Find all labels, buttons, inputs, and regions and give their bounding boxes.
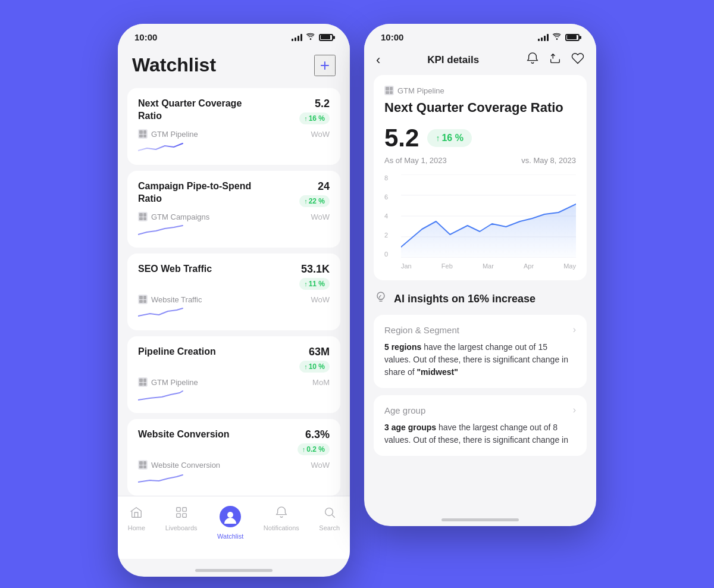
- status-bar-2: 10:00: [364, 24, 596, 47]
- bottom-nav-1: Home Liveboards: [118, 496, 350, 559]
- card-right-1: 5.2 16 %: [299, 98, 330, 124]
- card-source-label-1: GTM Pipeline: [151, 130, 198, 139]
- insight-card-title-2: Age group: [384, 405, 425, 415]
- add-button[interactable]: +: [314, 55, 336, 76]
- home-indicator-1: [118, 559, 350, 577]
- kpi-badge-large: 16 %: [427, 129, 471, 147]
- kpi-big-value: 5.2: [384, 124, 419, 152]
- nav-label-liveboards: Liveboards: [165, 524, 198, 531]
- watchlist-content: Watchlist + Next Quarter Coverage Ratio …: [118, 47, 350, 559]
- insight-card-title-1: Region & Segment: [384, 325, 459, 335]
- y-label-2: 2: [384, 232, 388, 239]
- y-label-6: 6: [384, 193, 388, 201]
- card-badge-4: 10 %: [299, 361, 330, 373]
- insight-bold-1: 5 regions: [384, 342, 421, 352]
- mini-chart-3: [138, 305, 330, 322]
- chart-x-labels: Jan Feb Mar Apr May: [401, 262, 576, 270]
- watchlist-header: Watchlist +: [118, 47, 350, 88]
- insight-card-body-2: 3 age groups have the largest change out…: [384, 421, 576, 446]
- chart-y-labels: 8 6 4 2 0: [384, 174, 393, 258]
- card-source-3: Website Traffic: [138, 295, 202, 304]
- card-source-2: GTM Campaigns: [138, 212, 209, 221]
- card-period-5: WoW: [311, 461, 330, 470]
- mini-chart-4: [138, 388, 330, 405]
- card-right-5: 6.3% 0.2 %: [298, 429, 330, 455]
- watchlist-card-4[interactable]: Pipeline Creation 63M 10 % GTM Pi: [127, 336, 340, 413]
- ai-lightbulb-icon: [374, 290, 388, 308]
- watchlist-card-5[interactable]: Website Conversion 6.3% 0.2 % Web: [127, 419, 340, 496]
- mini-chart-2: [138, 223, 330, 239]
- watchlist-title: Watchlist: [132, 54, 216, 76]
- nav-item-watchlist[interactable]: Watchlist: [208, 503, 253, 542]
- watchlist-card-3[interactable]: SEO Web Traffic 53.1K 11 % Websit: [127, 254, 340, 330]
- status-time-1: 10:00: [134, 32, 157, 42]
- svg-rect-1: [182, 508, 186, 511]
- heart-icon[interactable]: [571, 52, 584, 68]
- card-badge-1: 16 %: [299, 112, 330, 124]
- card-top-2: Campaign Pipe-to-Spend Ratio 24 22 %: [138, 180, 330, 207]
- signal-icon-1: [292, 34, 302, 41]
- card-badge-3: 11 %: [299, 278, 330, 290]
- insight-card-region[interactable]: Region & Segment › 5 regions have the la…: [374, 315, 587, 388]
- svg-rect-2: [176, 514, 180, 517]
- kpi-nav-title: KPI details: [427, 54, 479, 66]
- nav-label-search: Search: [319, 524, 340, 531]
- share-icon[interactable]: [549, 52, 562, 68]
- svg-line-7: [332, 515, 334, 517]
- source-icon-4: [138, 377, 148, 387]
- source-icon-5: [138, 460, 148, 470]
- kpi-nav-actions: [526, 52, 584, 68]
- kpi-dates: As of May 1, 2023 vs. May 8, 2023: [384, 156, 576, 165]
- watchlist-card-1[interactable]: Next Quarter Coverage Ratio 5.2 16 %: [127, 88, 340, 165]
- nav-item-search[interactable]: Search: [309, 503, 349, 542]
- watchlist-nav-icon: [220, 506, 241, 530]
- card-top-1: Next Quarter Coverage Ratio 5.2 16 %: [138, 98, 330, 124]
- card-source-label-5: Website Conversion: [151, 461, 220, 470]
- card-bottom-3: Website Traffic WoW: [138, 295, 330, 304]
- card-badge-5: 0.2 %: [298, 443, 330, 455]
- mini-chart-5: [138, 471, 330, 487]
- card-name-3: SEO Web Traffic: [138, 263, 212, 276]
- watchlist-card-2[interactable]: Campaign Pipe-to-Spend Ratio 24 22 %: [127, 171, 340, 248]
- kpi-nav-bar: ‹ KPI details: [364, 47, 596, 75]
- status-time-2: 10:00: [381, 32, 403, 42]
- card-value-3: 53.1K: [301, 263, 330, 276]
- back-button[interactable]: ‹: [376, 52, 380, 68]
- x-label-may: May: [563, 262, 576, 270]
- insight-card-age[interactable]: Age group › 3 age groups have the larges…: [374, 395, 587, 456]
- battery-icon-1: [319, 34, 333, 41]
- card-name-4: Pipeline Creation: [138, 346, 216, 358]
- x-label-jan: Jan: [401, 262, 412, 270]
- card-source-4: GTM Pipeline: [138, 377, 198, 387]
- card-value-2: 24: [318, 180, 330, 193]
- notifications-icon: [275, 506, 288, 522]
- card-value-4: 63M: [309, 346, 330, 358]
- card-bottom-4: GTM Pipeline MoM: [138, 377, 330, 387]
- bell-icon[interactable]: [526, 52, 539, 68]
- card-right-4: 63M 10 %: [299, 346, 330, 373]
- phone-watchlist: 10:00 Watchlist: [118, 24, 350, 577]
- svg-rect-0: [176, 508, 180, 511]
- nav-item-liveboards[interactable]: Liveboards: [156, 503, 207, 542]
- phone-kpi: 10:00 ‹ KPI details: [364, 24, 596, 526]
- kpi-source-label: GTM Pipeline: [384, 86, 576, 95]
- card-period-2: WoW: [311, 212, 330, 221]
- nav-item-notifications[interactable]: Notifications: [254, 503, 309, 542]
- svg-rect-3: [182, 514, 186, 517]
- y-label-0: 0: [384, 251, 388, 258]
- kpi-title: Next Quarter Coverage Ratio: [384, 100, 576, 115]
- card-top-3: SEO Web Traffic 53.1K 11 %: [138, 263, 330, 290]
- status-icons-1: [292, 33, 333, 42]
- nav-label-home: Home: [128, 524, 145, 531]
- card-badge-2: 22 %: [299, 195, 330, 207]
- watchlist-items-list: Next Quarter Coverage Ratio 5.2 16 %: [118, 88, 350, 496]
- ai-insights-title: AI insights on 16% increase: [394, 293, 536, 305]
- source-icon-3: [138, 295, 148, 304]
- y-label-4: 4: [384, 212, 388, 220]
- card-source-label-3: Website Traffic: [151, 295, 202, 304]
- card-right-3: 53.1K 11 %: [299, 263, 330, 290]
- home-indicator-2: [364, 508, 596, 526]
- nav-item-home[interactable]: Home: [118, 503, 155, 542]
- card-bottom-1: GTM Pipeline WoW: [138, 129, 330, 139]
- wifi-icon-2: [552, 33, 562, 42]
